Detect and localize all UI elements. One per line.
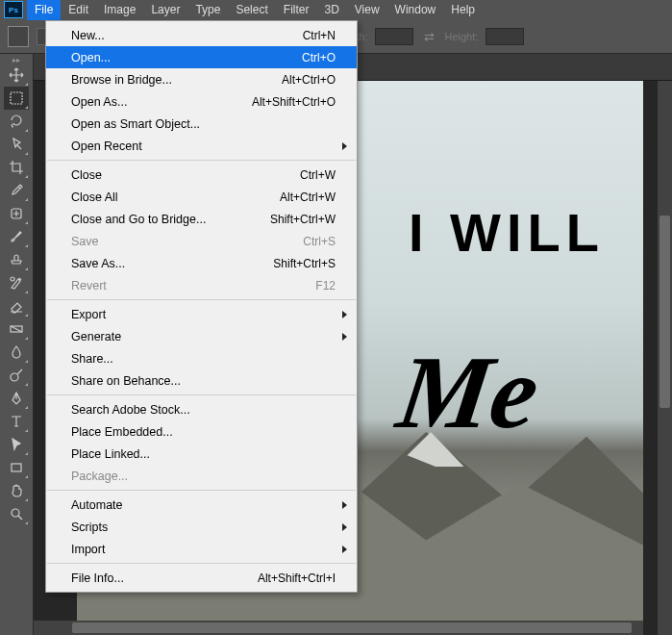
- menu-item-shortcut: Shift+Ctrl+S: [273, 257, 336, 270]
- menu-item-package: Package...: [46, 465, 357, 487]
- submenu-arrow-icon: [342, 501, 347, 509]
- menu-item-label: Export: [71, 308, 106, 321]
- menu-item-place-linked[interactable]: Place Linked...: [46, 443, 357, 465]
- menu-item-open-as-smart-object[interactable]: Open as Smart Object...: [46, 113, 357, 135]
- menu-item-label: Package...: [71, 470, 128, 483]
- menu-item-label: Scripts: [71, 521, 108, 534]
- menu-item-label: Save As...: [71, 257, 125, 270]
- menu-item-close-and-go-to-bridge[interactable]: Close and Go to Bridge...Shift+Ctrl+W: [46, 208, 357, 230]
- history-brush-tool[interactable]: [4, 271, 29, 294]
- menu-item-label: Place Linked...: [71, 447, 150, 461]
- submenu-arrow-icon: [342, 546, 347, 553]
- menu-item-open-recent[interactable]: Open Recent: [46, 135, 357, 157]
- scrollbar-thumb[interactable]: [660, 216, 670, 408]
- hand-tool[interactable]: [4, 479, 29, 502]
- menu-item-label: Automate: [71, 498, 123, 512]
- scrollbar-thumb[interactable]: [72, 622, 632, 633]
- pen-tool[interactable]: [4, 387, 29, 410]
- menu-item-automate[interactable]: Automate: [46, 494, 357, 516]
- menu-item-label: Open Recent: [71, 140, 142, 153]
- menu-item-close[interactable]: CloseCtrl+W: [46, 164, 357, 186]
- left-toolbar: ▸▸: [0, 54, 34, 635]
- menu-item-label: Save: [71, 235, 99, 248]
- eyedropper-tool[interactable]: [4, 179, 29, 202]
- menubar-item-help[interactable]: Help: [443, 0, 483, 20]
- svg-point-4: [11, 373, 18, 381]
- svg-rect-5: [12, 464, 21, 471]
- menu-item-label: Open...: [71, 51, 111, 64]
- menu-item-label: Close All: [71, 190, 118, 204]
- menubar-item-file[interactable]: File: [27, 0, 61, 20]
- rectangle-tool[interactable]: [4, 456, 29, 479]
- zoom-tool[interactable]: [4, 502, 29, 525]
- lasso-tool[interactable]: [4, 110, 29, 133]
- height-field: [485, 28, 524, 45]
- menu-item-export[interactable]: Export: [46, 303, 357, 325]
- submenu-arrow-icon: [342, 523, 347, 531]
- brush-tool[interactable]: [4, 225, 29, 248]
- menu-item-shortcut: Alt+Shift+Ctrl+O: [252, 95, 336, 109]
- menu-separator: [47, 160, 356, 161]
- menu-item-revert: RevertF12: [46, 274, 357, 296]
- menu-item-place-embedded[interactable]: Place Embedded...: [46, 420, 357, 443]
- marquee-tool[interactable]: [4, 87, 29, 110]
- path-select-tool[interactable]: [4, 433, 29, 456]
- menubar: Ps FileEditImageLayerTypeSelectFilter3DV…: [0, 0, 672, 20]
- menu-item-import[interactable]: Import: [46, 538, 357, 560]
- menu-item-label: Generate: [71, 330, 121, 343]
- menubar-item-select[interactable]: Select: [228, 0, 275, 20]
- menu-item-shortcut: Shift+Ctrl+W: [270, 213, 336, 226]
- menubar-item-type[interactable]: Type: [187, 0, 228, 20]
- menubar-item-view[interactable]: View: [347, 0, 387, 20]
- menu-item-open[interactable]: Open...Ctrl+O: [46, 46, 357, 68]
- menu-item-share-on-behance[interactable]: Share on Behance...: [46, 369, 357, 392]
- menu-item-file-info[interactable]: File Info...Alt+Shift+Ctrl+I: [46, 567, 357, 589]
- vertical-scrollbar[interactable]: [658, 81, 672, 635]
- dodge-tool[interactable]: [4, 364, 29, 387]
- menu-item-shortcut: Ctrl+S: [303, 235, 336, 248]
- menu-item-label: Import: [71, 543, 105, 556]
- menubar-item-window[interactable]: Window: [387, 0, 444, 20]
- menu-item-scripts[interactable]: Scripts: [46, 516, 357, 538]
- menu-item-shortcut: Ctrl+N: [303, 29, 336, 42]
- swap-dimensions-icon: ⇄: [421, 29, 436, 44]
- menu-item-shortcut: Alt+Shift+Ctrl+I: [258, 572, 336, 585]
- menu-item-label: Search Adobe Stock...: [71, 403, 190, 417]
- blur-tool[interactable]: [4, 341, 29, 364]
- height-label: Height:: [444, 31, 478, 42]
- menu-separator: [47, 299, 356, 300]
- menubar-item-layer[interactable]: Layer: [143, 0, 187, 20]
- submenu-arrow-icon: [342, 311, 347, 318]
- move-tool[interactable]: [4, 64, 29, 87]
- menu-item-shortcut: Ctrl+O: [302, 51, 336, 64]
- gradient-tool[interactable]: [4, 318, 29, 341]
- width-field: [375, 28, 413, 45]
- menu-item-open-as[interactable]: Open As...Alt+Shift+Ctrl+O: [46, 90, 357, 113]
- menu-item-new[interactable]: New...Ctrl+N: [46, 24, 357, 46]
- crop-tool[interactable]: [4, 156, 29, 179]
- menu-item-search-adobe-stock[interactable]: Search Adobe Stock...: [46, 398, 357, 420]
- menubar-item-3d[interactable]: 3D: [316, 0, 346, 20]
- menu-separator: [47, 563, 356, 564]
- menu-item-share[interactable]: Share...: [46, 347, 357, 369]
- eraser-tool[interactable]: [4, 294, 29, 318]
- menu-item-browse-in-bridge[interactable]: Browse in Bridge...Alt+Ctrl+O: [46, 68, 357, 90]
- menubar-item-image[interactable]: Image: [96, 0, 143, 20]
- healing-brush-tool[interactable]: [4, 202, 29, 225]
- menu-item-save-as[interactable]: Save As...Shift+Ctrl+S: [46, 252, 357, 274]
- horizontal-scrollbar[interactable]: [34, 621, 643, 635]
- menu-item-label: Close and Go to Bridge...: [71, 213, 206, 226]
- quick-select-tool[interactable]: [4, 133, 29, 156]
- menu-item-generate[interactable]: Generate: [46, 325, 357, 347]
- menu-item-label: New...: [71, 29, 105, 42]
- type-tool[interactable]: [4, 410, 29, 433]
- tool-preset-icon[interactable]: [8, 26, 29, 47]
- menu-item-label: Browse in Bridge...: [71, 73, 172, 87]
- menubar-item-edit[interactable]: Edit: [61, 0, 96, 20]
- clone-stamp-tool[interactable]: [4, 248, 29, 271]
- menu-item-label: Close: [71, 168, 102, 182]
- menu-item-label: Open As...: [71, 95, 127, 109]
- canvas-text-line1: I WILL: [409, 201, 605, 264]
- menubar-item-filter[interactable]: Filter: [276, 0, 317, 20]
- menu-item-close-all[interactable]: Close AllAlt+Ctrl+W: [46, 186, 357, 208]
